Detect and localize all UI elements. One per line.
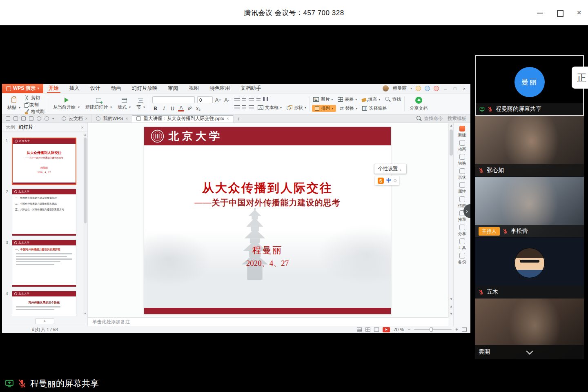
panel-scrollbar[interactable]: ▲ ▼ [83,133,87,315]
menu-tab-special-apps[interactable]: 特色应用 [204,84,235,93]
slide-editor[interactable]: 北京大学 从大众传播到人际交往 ——关于中国对外传播能力建设的思考 程曼丽 20… [144,127,391,314]
participant-tile[interactable]: 张心如 [475,116,584,177]
tab-outline[interactable]: 大纲 [6,124,15,130]
align-left-icon[interactable] [234,105,240,110]
menu-tab-review[interactable]: 审阅 [163,84,183,93]
zoom-slider[interactable] [414,329,452,330]
menu-tab-design[interactable]: 设计 [85,84,106,93]
participant-tile[interactable]: 雲開 [475,298,584,359]
zoom-out-button[interactable]: − [408,327,410,332]
shapes-button[interactable]: 形状▾ [285,104,307,111]
menu-tab-doc-assistant[interactable]: 文档助手 [235,84,266,93]
tool-share[interactable]: 分享 [458,225,466,237]
underline-button[interactable]: U [169,106,176,111]
chevron-down-icon[interactable] [526,348,533,355]
menu-icon[interactable] [6,116,10,121]
add-slide-button[interactable]: + [36,318,54,324]
copy-button[interactable]: 复制 [23,101,46,108]
tool-new[interactable]: 新建 [458,126,466,138]
line-spacing-icon[interactable] [256,97,261,101]
replace-button[interactable]: ⇄替换▾ [339,105,359,112]
tool-animation[interactable]: 动画 [458,140,466,152]
textbox-button[interactable]: A文本框▾ [256,104,283,111]
command-search[interactable]: 查找命令、搜索模板 [416,116,471,122]
fit-to-window-icon[interactable] [462,327,467,332]
slide-layout-button[interactable]: 版式▾ [115,94,134,114]
print-icon[interactable] [21,116,26,121]
doc-tab-my-wps[interactable]: 我的WPS × [92,115,132,122]
preview-icon[interactable] [29,116,33,121]
participant-tile-share[interactable]: 曼丽 程曼丽的屏幕共享 [475,55,584,116]
cut-button[interactable]: 剪切 [23,94,46,101]
bullet-list-icon[interactable] [234,97,240,101]
doc-tab-cloud[interactable]: 云文档 × [58,115,92,122]
section-button[interactable]: 节▾ [134,94,148,114]
picture-button[interactable]: 图片▾ [312,96,334,103]
menu-tab-animation[interactable]: 动画 [106,84,127,93]
chevron-down-icon[interactable]: ▾ [52,117,54,120]
reading-view-icon[interactable] [374,327,379,332]
arrange-button[interactable]: 排列▾ [312,105,336,112]
canvas-scrollbar[interactable]: ▲ ▼ ▲ ▼ [448,123,453,317]
new-slide-button[interactable]: 新建幻灯片▾ [82,94,115,114]
format-painter-button[interactable]: 格式刷 [23,108,46,115]
close-button[interactable]: × [576,9,582,16]
tool-properties[interactable]: 属性 [458,182,466,194]
align-center-icon[interactable] [242,105,246,110]
font-color-button[interactable]: A [178,106,184,111]
participant-tile[interactable]: 五木 [475,238,584,298]
participant-tile[interactable]: 主持人 李松蕾 [475,177,584,238]
find-button[interactable]: 查找 [384,96,402,103]
shrink-font-button[interactable]: A- [224,97,230,103]
slideshow-play-button[interactable] [383,327,390,332]
slide-thumbnail-2[interactable]: 北京大学 一、中国对外传播能力建设的发展历程 二、中国对外传播能力建设的现实挑战… [12,189,76,236]
normal-view-icon[interactable] [357,327,362,332]
close-tab-icon[interactable]: × [85,116,88,121]
slide-thumbnail-3[interactable]: 北京大学 一、中国对外传播能力建设的发展历程 [12,240,76,287]
indent-icon[interactable] [249,97,254,101]
tab-slides[interactable]: 幻灯片 [19,124,33,130]
scrollbar-thumb[interactable] [84,138,87,223]
wps-restore-button[interactable]: □ [452,86,458,91]
minimize-button[interactable] [537,9,543,16]
tool-backup[interactable]: 备份 [458,253,466,265]
ime-chinese-mode[interactable]: 中 [386,177,391,184]
menu-tab-home[interactable]: 开始 [43,84,64,93]
subscript-button[interactable]: x₂ [195,106,201,111]
new-tab-button[interactable]: + [234,116,244,122]
undo-icon[interactable] [37,116,41,121]
columns-icon[interactable] [263,97,268,101]
scroll-up-icon[interactable]: ▲ [83,133,87,136]
save-icon[interactable] [13,116,18,121]
menu-tab-insert[interactable]: 插入 [64,84,85,93]
table-button[interactable]: 表格▾ [336,96,358,103]
maximize-button[interactable] [556,9,563,16]
ime-language-bar[interactable]: S 中 [375,176,399,185]
font-family-select[interactable] [152,96,195,103]
numbered-list-icon[interactable] [242,97,246,101]
grow-font-button[interactable]: A+ [215,97,221,103]
side-tag[interactable]: 正 [572,67,588,89]
slide-thumbnail-1[interactable]: 北京大学 从大众传播到人际交往 ——关于中国对外传播能力建设的思考 程曼丽 20… [12,138,76,185]
zoom-in-button[interactable]: + [455,327,458,332]
bold-button[interactable]: B [152,106,158,111]
slide-date[interactable]: 2020、4、27 [144,258,391,269]
ime-punctuation-icon[interactable] [394,179,396,182]
slide-title[interactable]: 从大众传播到人际交往 [144,180,391,196]
zoom-slider-knob[interactable] [430,327,433,332]
member-icon[interactable] [416,86,421,91]
wps-close-button[interactable]: × [461,86,467,91]
paste-button[interactable]: 粘贴▾ [4,94,23,114]
menu-tab-view[interactable]: 视图 [183,84,204,93]
share-document-button[interactable]: 分享文档 [407,94,430,114]
slide-sorter-icon[interactable] [365,327,370,332]
message-icon[interactable] [434,86,439,91]
menu-tab-slideshow[interactable]: 幻灯片放映 [127,84,163,93]
italic-button[interactable]: I [161,105,167,111]
notes-area[interactable]: 单击此处添加备注 [88,317,448,326]
slide-thumbnail-4[interactable]: 北京大学 对外传播发展的三个阶段 [12,291,76,316]
align-right-icon[interactable] [249,105,254,110]
wps-app-button[interactable]: WPS 演示 ▾ [2,84,43,93]
slide-canvas[interactable]: 北京大学 从大众传播到人际交往 ——关于中国对外传播能力建设的思考 程曼丽 20… [88,123,448,317]
tool-transition[interactable]: 切换 [458,154,466,166]
